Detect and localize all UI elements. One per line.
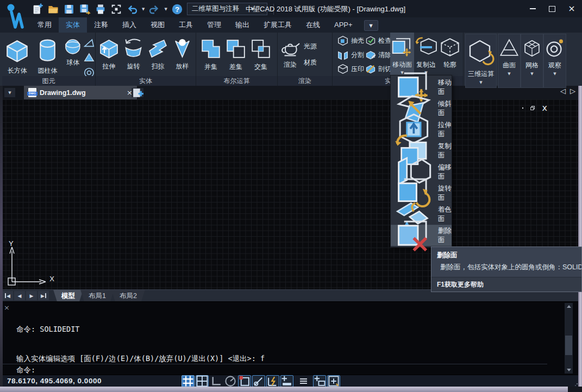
tab-gongju[interactable]: 工具 [172, 17, 200, 33]
material-button[interactable]: 材质 [302, 56, 317, 69]
plot-preview-button[interactable] [110, 3, 122, 15]
open-file-button[interactable] [47, 3, 59, 15]
slice-button[interactable]: 剖切 [365, 62, 391, 75]
union-icon [198, 36, 223, 61]
command-input[interactable]: 命令: [16, 365, 35, 375]
ribbon-tab-bar: 常用 实体 注释 插入 视图 工具 管理 输出 扩展工具 在线 APP+ ▼ [0, 17, 582, 33]
ortho-toggle[interactable] [210, 375, 223, 387]
tab-shitu[interactable]: 视图 [143, 17, 172, 33]
save-button[interactable] [63, 3, 75, 15]
polar-tracking-toggle[interactable] [224, 375, 237, 387]
object-snap-toggle[interactable] [238, 375, 251, 387]
doc-minimize-icon[interactable] [522, 108, 523, 109]
sphere-button[interactable]: 球体 [62, 34, 83, 75]
check-button[interactable]: 检查 [365, 34, 391, 47]
tab-shuchu[interactable]: 输出 [228, 17, 256, 33]
loft-button[interactable]: 放样 [170, 34, 195, 75]
layout-tab-layout2[interactable]: 布局2 [111, 290, 145, 302]
render-button[interactable]: 渲染 [279, 34, 302, 75]
subtract-button[interactable]: 差集 [223, 34, 248, 75]
wedge-icon[interactable] [83, 37, 95, 49]
object-snap-tracking-toggle[interactable] [252, 375, 265, 387]
profile-button[interactable]: 轮廓 [438, 33, 462, 79]
doc-restore-icon[interactable] [530, 106, 535, 111]
canvas-vertical-scrollbar[interactable] [578, 86, 582, 387]
command-close-icon[interactable]: × [4, 304, 10, 312]
tooltip-title: 删除面 [431, 247, 581, 261]
redo-dropdown-caret[interactable]: ▼ [164, 7, 167, 11]
panel-boolean: 并集 差集 交集 布尔运算 [196, 33, 278, 86]
document-tab-drawing1[interactable]: DWG Drawing1.dwg × [24, 86, 137, 99]
close-button[interactable]: × [566, 3, 578, 14]
separate-button[interactable]: 分割 [337, 48, 364, 61]
annotation-visibility-toggle[interactable] [313, 375, 326, 387]
annotation-autoscale-toggle[interactable] [327, 375, 340, 387]
cylinder-button[interactable]: 圆柱体 [33, 34, 63, 75]
extrude-button[interactable]: 拉伸 [97, 34, 121, 75]
status-bar: 78.6170, 495.4069, 0.0000 [0, 375, 582, 387]
redo-button[interactable] [148, 3, 160, 15]
sweep-button[interactable]: 扫掠 [146, 34, 170, 75]
new-file-button[interactable] [32, 3, 43, 15]
print-button[interactable] [95, 3, 107, 15]
layout-tab-model[interactable]: 模型 [53, 290, 83, 302]
command-line-window[interactable]: × 命令: SOLIDEDIT 输入实体编辑选项 [面(F)/边(E)/体(B)… [0, 301, 582, 375]
light-button[interactable]: 光源 [302, 40, 317, 53]
tab-zaixian[interactable]: 在线 [299, 17, 327, 33]
shell-button[interactable]: 抽壳 [337, 34, 364, 47]
doc-close-window-icon[interactable]: x [542, 104, 547, 112]
tab-charu[interactable]: 插入 [115, 17, 143, 33]
ribbon-minimize-button[interactable]: ▼ [364, 20, 378, 31]
first-layout-icon[interactable]: ◀ [2, 291, 13, 300]
cone-icon[interactable] [83, 52, 95, 64]
observe-icon [544, 37, 566, 59]
new-document-button[interactable] [132, 88, 143, 97]
profile-icon [438, 35, 462, 59]
tab-scroll-right-icon[interactable]: ▷ [570, 87, 575, 95]
next-layout-icon[interactable]: ▶ [26, 291, 37, 300]
revolve-button[interactable]: 旋转 [121, 34, 146, 75]
status-menu-icon[interactable] [297, 375, 310, 387]
dynamic-ucs-toggle[interactable] [266, 375, 279, 387]
workspace-value: 二维草图与注释 [192, 4, 240, 14]
lineweight-toggle[interactable] [280, 375, 293, 387]
layout-tab-layout1[interactable]: 布局1 [80, 290, 114, 302]
snap-toggle[interactable] [196, 375, 209, 387]
title-bar: ▼ ▼ ? 二维草图与注释 ▼ 中望CAD 2018 试用版 (功能受限) - … [0, 0, 582, 18]
sweep-icon [146, 36, 170, 61]
doc-list-dropdown[interactable]: ▼ [4, 88, 15, 97]
tab-app-plus[interactable]: APP+ [327, 17, 360, 33]
maximize-button[interactable] [546, 3, 558, 14]
tab-scroll-left-icon[interactable]: ◁ [560, 87, 566, 95]
tab-kuozhan[interactable]: 扩展工具 [256, 17, 299, 33]
tab-shiti[interactable]: 实体 [59, 17, 87, 33]
box-button[interactable]: 长方体 [2, 34, 33, 75]
mesh-button[interactable]: 网格 ▼ [521, 34, 543, 88]
command-scrollbar[interactable] [565, 303, 573, 374]
document-tab-label: Drawing1.dwg [40, 89, 123, 97]
observe-button[interactable]: 观察 ▼ [543, 34, 566, 88]
scroll-up-icon[interactable] [567, 305, 571, 308]
solid-operation-button[interactable]: 三维运算 ▼ [465, 34, 497, 88]
undo-dropdown-caret[interactable]: ▼ [142, 7, 145, 11]
clean-button[interactable]: 清除 [365, 48, 391, 61]
scroll-thumb[interactable] [565, 336, 572, 355]
undo-button[interactable] [126, 3, 138, 15]
face-edit-menu: 移动面 倾斜面 拉伸面 复制面 偏移面 旋转面 着色面 删除面 [390, 75, 452, 248]
surface-button[interactable]: 曲面 ▼ [498, 34, 521, 88]
imprint-button[interactable]: 压印 [337, 62, 364, 75]
tab-zhushi[interactable]: 注释 [87, 17, 115, 33]
last-layout-icon[interactable]: ▶ [38, 291, 49, 300]
minimize-button[interactable] [527, 3, 539, 14]
prev-layout-icon[interactable]: ◀ [14, 291, 25, 300]
tab-guanli[interactable]: 管理 [200, 17, 228, 33]
separate-icon [337, 49, 349, 61]
help-button[interactable]: ? [171, 3, 183, 15]
menu-item-delete-face[interactable]: 删除面 [391, 225, 452, 246]
grid-display-toggle[interactable] [182, 375, 195, 387]
intersect-button[interactable]: 交集 [248, 34, 273, 75]
union-button[interactable]: 并集 [198, 34, 223, 75]
scroll-down-icon[interactable] [567, 369, 571, 371]
save-as-button[interactable] [79, 3, 91, 15]
tab-changyong[interactable]: 常用 [30, 17, 59, 33]
